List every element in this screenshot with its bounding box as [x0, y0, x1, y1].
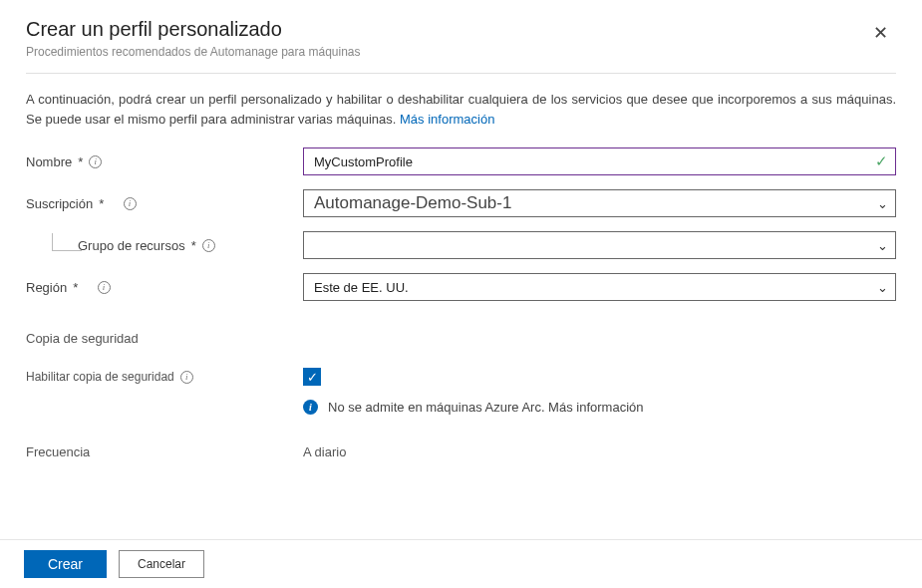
info-icon: i — [303, 400, 318, 415]
close-button[interactable]: ✕ — [865, 18, 896, 48]
backup-helper-text: i No se admite en máquinas Azure Arc. Má… — [303, 400, 896, 415]
info-icon[interactable]: i — [202, 239, 215, 252]
info-icon[interactable]: i — [124, 197, 137, 210]
enable-backup-checkbox[interactable]: ✓ — [303, 368, 321, 386]
create-button[interactable]: Crear — [24, 550, 107, 578]
check-icon: ✓ — [307, 370, 318, 385]
region-label: Región* i — [26, 280, 303, 295]
subscription-select[interactable] — [303, 189, 896, 217]
resource-group-select[interactable] — [303, 231, 896, 259]
page-subtitle: Procedimientos recomendados de Automanag… — [26, 45, 361, 59]
name-input[interactable] — [303, 147, 896, 175]
page-title: Crear un perfil personalizado — [26, 18, 361, 41]
header-divider — [26, 73, 896, 74]
backup-section-heading: Copia de seguridad — [26, 331, 896, 346]
description-text: A continuación, podrá crear un perfil pe… — [26, 90, 896, 130]
cancel-button[interactable]: Cancelar — [119, 550, 204, 578]
region-select[interactable] — [303, 273, 896, 301]
tree-connector — [52, 233, 82, 251]
close-icon: ✕ — [873, 23, 888, 43]
enable-backup-label: Habilitar copia de seguridad i — [26, 370, 303, 384]
check-icon: ✓ — [875, 152, 888, 170]
info-icon[interactable]: i — [89, 155, 102, 168]
subscription-label: Suscripción* i — [26, 196, 303, 211]
frequency-value: A diario — [303, 444, 346, 459]
name-label: Nombre* i — [26, 154, 303, 169]
info-icon[interactable]: i — [98, 281, 111, 294]
footer-bar: Crear Cancelar — [0, 539, 922, 588]
more-info-link[interactable]: Más información — [400, 112, 494, 127]
info-icon[interactable]: i — [180, 371, 193, 384]
frequency-label: Frecuencia — [26, 444, 303, 459]
